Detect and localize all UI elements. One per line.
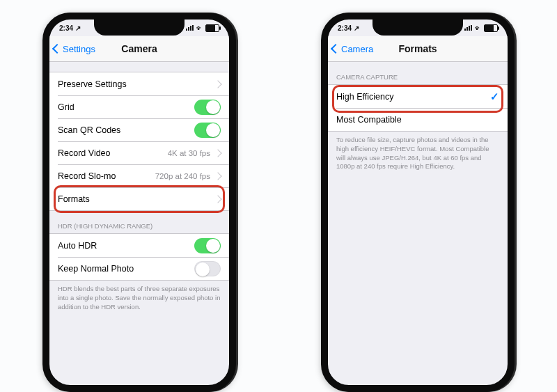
row-label: Preserve Settings [58,79,127,89]
row-label: Keep Normal Photo [58,264,134,274]
capture-footer: To reduce file size, capture photos and … [328,132,508,171]
row-auto-hdr[interactable]: Auto HDR [49,234,229,257]
qr-switch[interactable] [194,123,221,138]
row-record-slomo[interactable]: Record Slo-mo 720p at 240 fps [49,164,229,187]
back-button[interactable]: Settings [54,36,95,61]
row-label: Most Compatible [336,115,402,125]
keep-normal-switch[interactable] [194,261,221,276]
row-grid[interactable]: Grid [49,95,229,118]
wifi-icon: ᯤ [196,24,203,32]
row-label: Auto HDR [58,241,97,251]
row-label: Record Slo-mo [58,171,116,181]
row-detail: 720p at 240 fps [155,172,210,180]
page-title: Formats [398,43,437,54]
phone-camera-settings: 2:34 ↗ ᯤ Settings Camera Preserve Settin… [42,13,236,392]
chevron-left-icon [52,44,62,54]
camera-settings-group: Preserve Settings Grid Scan QR Codes Rec… [49,72,229,211]
back-button[interactable]: Camera [332,36,373,61]
auto-hdr-switch[interactable] [194,238,221,253]
back-label: Settings [63,44,95,54]
battery-icon [205,24,219,32]
cell-signal-icon [186,25,194,31]
checkmark-icon: ✓ [490,91,499,103]
row-label: Formats [58,194,90,204]
row-scan-qr[interactable]: Scan QR Codes [49,118,229,141]
status-time: 2:34 [338,24,352,32]
row-label: Grid [58,102,74,112]
battery-icon [484,24,498,32]
page-title: Camera [121,43,157,54]
row-preserve-settings[interactable]: Preserve Settings [49,72,229,95]
chevron-right-icon [214,172,221,180]
status-time: 2:34 [59,24,73,32]
location-icon: ↗ [75,24,81,32]
capture-group: High Efficiency ✓ Most Compatible [328,84,508,132]
location-icon: ↗ [354,24,359,32]
row-most-compatible[interactable]: Most Compatible [328,108,508,131]
chevron-right-icon [214,149,221,157]
cell-signal-icon [464,25,473,31]
row-keep-normal[interactable]: Keep Normal Photo [49,257,229,280]
nav-bar: Settings Camera [49,36,229,62]
nav-bar: Camera Formats [328,36,508,62]
notch [372,19,463,36]
row-label: Scan QR Codes [58,125,120,135]
row-record-video[interactable]: Record Video 4K at 30 fps [49,141,229,164]
wifi-icon: ᯤ [475,24,482,32]
notch [94,19,185,36]
row-formats[interactable]: Formats [49,187,229,210]
chevron-left-icon [331,44,340,54]
hdr-footer: HDR blends the best parts of three separ… [49,281,229,311]
row-detail: 4K at 30 fps [168,149,210,157]
grid-switch[interactable] [194,100,221,115]
hdr-group: Auto HDR Keep Normal Photo [49,233,229,281]
phone-formats-settings: 2:34 ↗ ᯤ Camera Formats CAMERA CAPTURE H… [321,13,515,392]
row-label: Record Video [58,148,111,158]
row-high-efficiency[interactable]: High Efficiency ✓ [328,85,508,108]
row-label: High Efficiency [336,92,393,102]
chevron-right-icon [214,80,221,88]
chevron-right-icon [214,195,221,203]
back-label: Camera [341,44,373,54]
capture-section-header: CAMERA CAPTURE [328,62,508,84]
hdr-section-header: HDR (HIGH DYNAMIC RANGE) [49,211,229,233]
